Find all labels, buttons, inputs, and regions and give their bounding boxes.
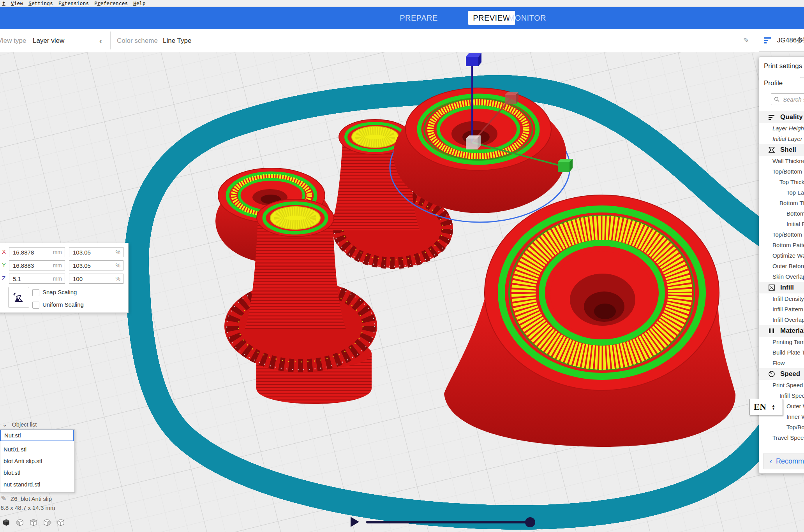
input-method-indicator[interactable]: EN ▲▼	[749, 399, 783, 415]
model-dimensions: 46.8 x 48.7 x 14.3 mm	[0, 504, 55, 511]
setting-row[interactable]: Printing Temperature	[759, 337, 804, 347]
setting-row[interactable]: Initial Layer Line Width	[759, 133, 804, 144]
menu-item-extensions[interactable]: Extensions	[58, 0, 89, 6]
view-right-button[interactable]	[56, 518, 65, 527]
view-3d-button[interactable]	[2, 518, 11, 527]
setting-row[interactable]: Bottom Thickness	[759, 198, 804, 208]
setting-row[interactable]: Flow	[759, 358, 804, 368]
setting-row[interactable]: Outer Before Inner Walls	[759, 261, 804, 271]
x-percent-field[interactable]: %	[69, 247, 123, 257]
print-settings-preset-box[interactable]: JG486参数	[759, 29, 804, 52]
project-name-row: ✎ Z6_blot Anti slip	[1, 494, 52, 503]
material-icon	[768, 327, 776, 334]
recommended-mode-button[interactable]: ‹ Recommended	[763, 453, 804, 469]
view-left-button[interactable]	[42, 518, 52, 527]
setting-row[interactable]: Print Speed	[759, 380, 804, 390]
gizmo-y-handle[interactable]	[558, 159, 573, 172]
gizmo-x-handle[interactable]	[505, 92, 518, 104]
object-name-input[interactable]	[4, 432, 67, 439]
menu-item-truncated[interactable]: t	[2, 0, 5, 6]
collapse-chevron-icon[interactable]: ‹	[99, 36, 102, 46]
setting-row[interactable]: Optimize Wall Printing Order	[759, 250, 804, 261]
uniform-scaling-checkbox[interactable]	[32, 302, 39, 309]
x-size-field[interactable]: mm	[9, 247, 65, 257]
setting-row[interactable]: Travel Speed	[759, 432, 804, 443]
object-list-item[interactable]: Nut01.stl	[4, 446, 26, 453]
color-scheme-dropdown[interactable]: Line Type	[163, 37, 191, 45]
section-speed[interactable]: Speed	[759, 368, 804, 380]
menu-item-view[interactable]: View	[11, 0, 23, 6]
setting-row[interactable]: Infill Density	[759, 293, 804, 304]
z-size-input[interactable]	[12, 275, 45, 283]
setting-row[interactable]: Initial Bottom Layers	[759, 219, 804, 229]
rename-pencil-icon[interactable]: ✎	[1, 494, 7, 503]
object-list-item[interactable]: blot Anti slip.stl	[4, 458, 42, 464]
setting-row[interactable]: Wall Thickness	[759, 156, 804, 166]
section-infill[interactable]: Infill	[759, 282, 804, 293]
preset-name: JG486参数	[777, 36, 804, 45]
setting-row[interactable]: Build Plate Temperature	[759, 347, 804, 358]
snap-scaling-checkbox[interactable]	[32, 289, 39, 296]
ime-language-label: EN	[750, 402, 766, 412]
ime-arrows-icon[interactable]: ▲▼	[772, 404, 775, 410]
y-size-input[interactable]	[12, 262, 45, 269]
reset-scale-button[interactable]	[8, 287, 29, 308]
z-percent-input[interactable]	[72, 275, 105, 283]
playback-slider-handle[interactable]	[525, 517, 535, 527]
y-size-field[interactable]: mm	[9, 260, 65, 270]
setting-row[interactable]: Layer Height	[759, 123, 804, 133]
z-size-field[interactable]: mm	[9, 274, 65, 284]
search-settings-input[interactable]	[782, 96, 804, 103]
tab-monitor[interactable]: MONITOR	[499, 7, 546, 29]
x-size-input[interactable]	[12, 249, 45, 256]
setting-row[interactable]: Top/Bottom Thickness	[759, 166, 804, 177]
settings-list: Quality Layer Height Initial Layer Line …	[759, 111, 804, 443]
section-material[interactable]: Material	[759, 325, 804, 337]
y-percent-field[interactable]: %	[69, 260, 123, 270]
gizmo-z-handle[interactable]	[466, 53, 481, 66]
menu-bar: t View Settings Extensions Preferences H…	[0, 0, 804, 7]
section-quality[interactable]: Quality	[759, 111, 804, 123]
object-list-selected-item[interactable]	[0, 430, 74, 441]
percent-unit-label: %	[116, 276, 120, 282]
y-percent-input[interactable]	[72, 262, 105, 269]
setting-row[interactable]: Infill Overlap Percentage	[759, 314, 804, 325]
setting-row[interactable]: Top/Bottom Pattern	[759, 229, 804, 240]
setting-row[interactable]: Skin Overlap Percentage	[759, 271, 804, 282]
reset-scale-icon	[12, 291, 25, 304]
profile-dropdown[interactable]	[800, 77, 804, 90]
setting-row[interactable]: Bottom Pattern Initial Layer	[759, 240, 804, 250]
infill-icon	[768, 284, 776, 291]
divider	[110, 32, 111, 49]
setting-row[interactable]: Bottom Layers	[759, 208, 804, 219]
view-type-dropdown[interactable]: Layer view	[33, 37, 64, 45]
camera-view-buttons	[2, 518, 65, 527]
x-percent-input[interactable]	[72, 249, 105, 256]
play-button[interactable]	[351, 517, 359, 527]
search-settings-box[interactable]	[771, 93, 804, 105]
gizmo-center-handle[interactable]	[466, 135, 481, 149]
setting-row[interactable]: Top/Bottom Speed	[759, 422, 804, 432]
menu-item-help[interactable]: Help	[133, 0, 145, 6]
menu-item-preferences[interactable]: Preferences	[94, 0, 128, 6]
stage-bar: PREPARE PREVIEW MONITOR	[0, 7, 804, 29]
edit-preset-pencil-icon[interactable]: ✎	[743, 36, 749, 45]
view-top-button[interactable]	[29, 518, 38, 527]
y-axis-label: Y	[2, 262, 6, 268]
sliders-icon	[764, 37, 772, 44]
search-icon	[774, 97, 780, 102]
setting-row[interactable]: Infill Pattern	[759, 304, 804, 314]
setting-row[interactable]: Top Thickness	[759, 177, 804, 187]
setting-row[interactable]: Top Layers	[759, 187, 804, 198]
playback-slider-track[interactable]	[366, 521, 534, 523]
object-list-item[interactable]: blot.stl	[4, 469, 20, 476]
section-shell[interactable]: Shell	[759, 144, 804, 156]
view-front-button[interactable]	[15, 518, 25, 527]
z-percent-field[interactable]: %	[69, 274, 123, 284]
tab-prepare[interactable]: PREPARE	[397, 7, 440, 29]
chevron-down-icon: ⌄	[2, 421, 7, 428]
object-list-header[interactable]: ⌄ Object list	[2, 421, 37, 428]
profile-label: Profile	[764, 79, 783, 87]
menu-item-settings[interactable]: Settings	[28, 0, 53, 6]
object-list-item[interactable]: nut standrd.stl	[4, 481, 40, 488]
